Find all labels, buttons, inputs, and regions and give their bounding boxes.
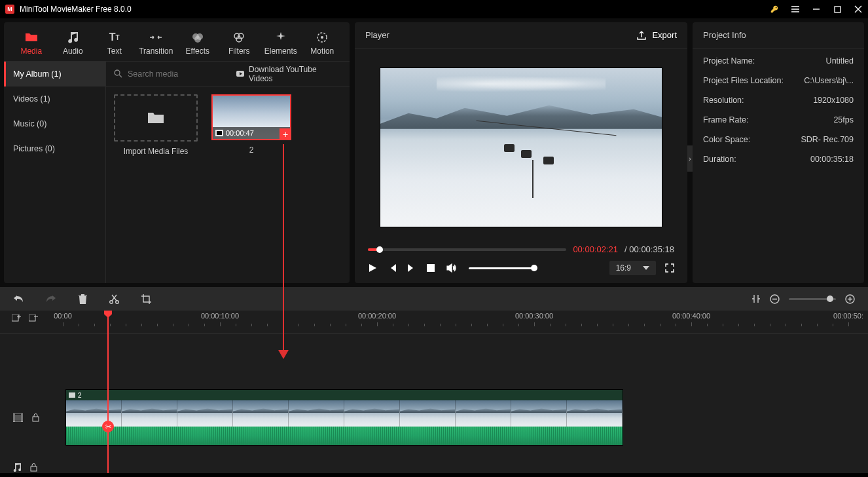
video-clip[interactable]: 2 [65, 389, 623, 446]
tab-effects[interactable]: Effects [177, 26, 219, 61]
tab-text[interactable]: TT Text [94, 26, 136, 61]
play-button[interactable] [368, 263, 378, 273]
svg-rect-0 [835, 7, 841, 12]
ruler-label: 00:00:30:00 [515, 312, 553, 320]
tab-label: Transition [139, 47, 173, 56]
app-logo-icon: M [5, 5, 14, 14]
maximize-button[interactable] [833, 5, 842, 14]
tab-label: Filters [228, 47, 250, 56]
tab-audio[interactable]: Audio [52, 26, 94, 61]
zoom-in-button[interactable] [845, 294, 855, 304]
annotation-arrow [283, 144, 284, 358]
search-input[interactable] [128, 69, 230, 79]
zoom-slider[interactable] [789, 298, 836, 300]
film-icon [13, 413, 23, 422]
collapse-info-button[interactable]: › [687, 145, 693, 172]
export-button[interactable]: Export [636, 30, 677, 41]
tab-transition[interactable]: Transition [136, 26, 177, 61]
sidebar-item-music[interactable]: Music (0) [4, 111, 105, 136]
ruler-label: 00:00 [54, 312, 72, 320]
audio-track [0, 457, 868, 473]
redo-button[interactable] [46, 294, 56, 303]
import-media-button[interactable] [114, 94, 198, 142]
import-label: Import Media Files [124, 147, 189, 156]
time-ruler[interactable]: 00:0000:00:10:0000:00:20:0000:00:30:0000… [63, 311, 868, 329]
add-to-timeline-button[interactable]: + [280, 128, 291, 140]
info-row: Color Space:SDR- Rec.709 [693, 130, 864, 149]
info-row: Resolution:1920x1080 [693, 90, 864, 110]
download-youtube-link[interactable]: Download YouTube Videos [236, 65, 342, 83]
music-note-icon [13, 463, 21, 472]
info-value: SDR- Rec.709 [801, 135, 854, 144]
crop-button[interactable] [141, 294, 151, 304]
ruler-label: 00:00:10:00 [201, 312, 239, 320]
folder-icon [25, 31, 38, 44]
minimize-button[interactable] [812, 5, 821, 14]
undo-button[interactable] [13, 294, 24, 303]
seek-bar[interactable] [368, 248, 566, 251]
music-note-icon [67, 31, 78, 44]
export-icon [636, 30, 647, 41]
timeline-toolbar [0, 287, 868, 311]
next-frame-button[interactable] [407, 263, 418, 273]
film-icon [69, 392, 75, 398]
tab-media[interactable]: Media [10, 26, 52, 61]
tab-filters[interactable]: Filters [219, 26, 261, 61]
menu-icon[interactable] [791, 5, 800, 14]
sidebar-item-videos[interactable]: Videos (1) [4, 86, 105, 111]
volume-slider[interactable] [469, 267, 534, 269]
prev-frame-button[interactable] [388, 263, 398, 273]
tab-label: Motion [310, 47, 334, 56]
svg-rect-19 [29, 315, 35, 321]
current-time: 00:00:02:21 [573, 244, 618, 254]
close-button[interactable] [854, 5, 863, 14]
delete-button[interactable] [79, 294, 87, 304]
info-label: Project Files Location: [703, 76, 804, 85]
media-sidebar: My Album (1) Videos (1) Music (0) Pictur… [4, 62, 106, 283]
filters-icon [233, 31, 245, 44]
motion-icon [316, 31, 328, 44]
sidebar-item-my-album[interactable]: My Album (1) [4, 62, 105, 86]
clip-label: 2 [78, 392, 82, 399]
tab-motion[interactable]: Motion [302, 26, 344, 61]
folder-icon [147, 111, 164, 124]
license-key-icon[interactable] [770, 5, 779, 14]
info-value: 00:00:35:18 [810, 155, 854, 164]
film-icon [215, 130, 223, 136]
top-tabs: Media Audio TT Text Transition Effects F… [4, 22, 350, 62]
info-label: Resolution: [703, 96, 813, 105]
aspect-ratio-select[interactable]: 16:9 [609, 261, 656, 275]
info-row: Duration:00:00:35:18 [693, 149, 864, 169]
split-button[interactable] [109, 294, 119, 304]
svg-point-14 [110, 300, 113, 303]
project-info-panel: › Project Info Project Name:UntitledProj… [693, 22, 864, 283]
fit-zoom-button[interactable] [751, 294, 761, 303]
zoom-out-button[interactable] [770, 294, 780, 304]
stop-button[interactable] [427, 264, 437, 272]
fullscreen-button[interactable] [665, 263, 674, 273]
video-preview[interactable] [380, 67, 662, 227]
media-thumbnail[interactable]: 00:00:47 + [211, 94, 291, 140]
transition-icon [149, 31, 162, 44]
info-label: Color Space: [703, 135, 801, 144]
svg-rect-24 [31, 467, 37, 471]
total-time: / 00:00:35:18 [624, 244, 674, 254]
info-label: Frame Rate: [703, 115, 833, 124]
remove-track-button[interactable] [29, 315, 38, 324]
add-track-button[interactable] [12, 315, 21, 324]
ruler-label: 00:00:50: [833, 312, 863, 320]
tab-label: Text [107, 47, 122, 56]
title-bar: M MiniTool MovieMaker Free 8.0.0 [0, 0, 868, 18]
lock-icon[interactable] [32, 413, 39, 422]
split-handle-icon[interactable]: ✂ [102, 421, 114, 432]
svg-rect-21 [15, 415, 21, 421]
clip-duration: 00:00:47 [226, 129, 254, 137]
sparkle-icon [276, 31, 286, 44]
player-panel: Player Export 00:00:02:21 / 00 [355, 22, 687, 283]
playhead[interactable]: ✂ [107, 311, 109, 473]
sidebar-item-pictures[interactable]: Pictures (0) [4, 136, 105, 161]
lock-icon[interactable] [30, 463, 37, 472]
app-title: MiniTool MovieMaker Free 8.0.0 [20, 5, 765, 14]
tab-elements[interactable]: Elements [260, 26, 302, 61]
volume-icon[interactable] [446, 263, 457, 273]
